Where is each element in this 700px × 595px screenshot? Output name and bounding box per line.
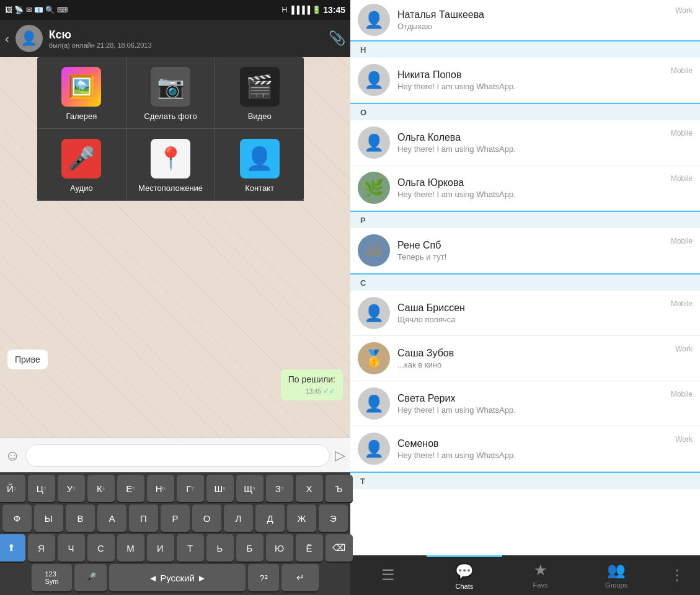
contact-name-rene: Рене Спб: [397, 240, 663, 251]
favs-icon: ★: [534, 562, 547, 579]
contact-olga-k[interactable]: 👤 Ольга Колева Hey there! I am using Wha…: [350, 120, 700, 165]
contact-info-semenov: Семенов Hey there! I am using WhatsApp.: [397, 438, 668, 460]
key-ф[interactable]: Ф: [2, 505, 32, 532]
bottom-navigation: ☰ 💬 Chats ★ Favs 👥 Groups ⋮: [350, 555, 700, 595]
nav-chats[interactable]: 💬 Chats: [427, 555, 503, 595]
avatar-icon-nikita: 👤: [364, 71, 384, 90]
popup-camera[interactable]: 📷 Сделать фото: [126, 57, 216, 129]
key-ы[interactable]: Ы: [34, 505, 63, 532]
popup-gallery[interactable]: 🖼️ Галерея: [37, 57, 126, 129]
attach-button[interactable]: 📎: [329, 30, 345, 46]
key-т[interactable]: Т: [177, 534, 204, 562]
audio-icon: 🎤: [61, 139, 101, 178]
key-з[interactable]: З0: [266, 475, 293, 502]
key-а[interactable]: А: [97, 505, 126, 532]
mic-key[interactable]: 🎤: [74, 564, 107, 591]
message-input-area: ☺ ▷: [0, 438, 350, 472]
key-щ[interactable]: Щ9: [236, 475, 264, 502]
key-к[interactable]: К4: [87, 475, 115, 502]
key-я[interactable]: Я: [28, 534, 55, 562]
contact-sasha-z[interactable]: 🥇 Саша Зубов ...как в кино Work: [350, 336, 700, 381]
sym-key[interactable]: 123Sym: [32, 564, 72, 591]
contact-sveta[interactable]: 👤 Света Рерих Hey there! I am using What…: [350, 381, 700, 426]
delete-key[interactable]: ⌫: [326, 534, 353, 562]
message-input[interactable]: [25, 444, 330, 467]
contact-msg-nikita: Hey there! I am using WhatsApp.: [397, 82, 663, 91]
key-р[interactable]: Р: [161, 505, 190, 532]
key-ь[interactable]: Ь: [206, 534, 234, 562]
emoji-button[interactable]: ☺: [5, 447, 20, 464]
key-е[interactable]: Е5: [117, 475, 144, 502]
nav-favs[interactable]: ★ Favs: [502, 555, 578, 595]
contact-icon: 👤: [240, 139, 280, 178]
key-у[interactable]: У3: [58, 475, 85, 502]
key-м[interactable]: М: [117, 534, 144, 562]
contact-sasha-b[interactable]: 👤 Саша Бриссен Щячло попячса Mobile: [350, 291, 700, 336]
contact-avatar-olga-k: 👤: [358, 126, 390, 159]
contact-type-sveta: Mobile: [671, 390, 693, 399]
back-button[interactable]: ‹: [5, 32, 9, 46]
popup-location[interactable]: 📍 Местоположение: [126, 129, 216, 201]
key-ё[interactable]: Ё: [296, 534, 323, 562]
section-header-s: С: [350, 273, 700, 291]
question-key[interactable]: ?²: [248, 564, 279, 591]
contact-olga-y[interactable]: 🌿 Ольга Юркова Hey there! I am using Wha…: [350, 165, 700, 211]
key-о[interactable]: О: [192, 505, 221, 532]
status-bar: 🖼 📡 ✉ 📧 🔍 ⌨ H ▐▐▐▐ 🔋 13:45: [0, 0, 350, 20]
nav-groups[interactable]: 👥 Groups: [578, 555, 655, 595]
menu-icon: ☰: [381, 566, 395, 584]
keyboard-row-4: 123Sym 🎤 ◄ Русский ► ?² ↵: [2, 564, 348, 591]
avatar-icon-sveta: 👤: [364, 394, 384, 413]
key-б[interactable]: Б: [236, 534, 264, 562]
key-ш[interactable]: Ш8: [206, 475, 234, 502]
enter-key[interactable]: ↵: [281, 564, 319, 591]
section-header-p: Р: [350, 211, 700, 228]
popup-contact[interactable]: 👤 Контакт: [215, 129, 304, 201]
partial-contact[interactable]: 👤 Наталья Ташкеева Отдыхаю Work: [350, 0, 700, 40]
key-ц[interactable]: Ц2: [28, 475, 55, 502]
key-ю[interactable]: Ю: [266, 534, 293, 562]
key-д[interactable]: Д: [255, 505, 285, 532]
key-ч[interactable]: Ч: [58, 534, 85, 562]
key-х[interactable]: Х: [296, 475, 323, 502]
contact-msg-sasha-z: ...как в кино: [397, 360, 668, 369]
chat-info: Ксю был(а) онлайн 21:28, 18.06.2013: [49, 29, 322, 49]
notification-icons: 🖼 📡 ✉ 📧 🔍 ⌨: [5, 6, 68, 14]
popup-row-2: 🎤 Аудио 📍 Местоположение 👤 Контакт: [37, 129, 304, 201]
contact-avatar-sasha-z: 🥇: [358, 342, 390, 374]
space-key[interactable]: ◄ Русский ►: [109, 564, 246, 591]
popup-video[interactable]: 🎬 Видео: [215, 57, 304, 129]
contact-msg-sasha-b: Щячло попячса: [397, 315, 663, 324]
key-в[interactable]: В: [66, 505, 95, 532]
send-button[interactable]: ▷: [335, 447, 345, 464]
key-п[interactable]: П: [129, 505, 158, 532]
location-icon: 📍: [151, 139, 190, 178]
key-и[interactable]: И: [147, 534, 174, 562]
popup-audio[interactable]: 🎤 Аудио: [37, 129, 126, 201]
key-ж[interactable]: Ж: [287, 505, 316, 532]
contact-info-olga-y: Ольга Юркова Hey there! I am using Whats…: [397, 177, 663, 199]
key-г[interactable]: Г7: [177, 475, 204, 502]
key-ъ[interactable]: Ъ: [326, 475, 353, 502]
key-н[interactable]: Н6: [147, 475, 174, 502]
contact-avatar-sasha-b: 👤: [358, 297, 390, 329]
key-л[interactable]: Л: [224, 505, 253, 532]
contact-info-olga-k: Ольга Колева Hey there! I am using Whats…: [397, 132, 663, 154]
nav-more[interactable]: ⋮: [654, 555, 700, 595]
contacts-list: 👤 Наталья Ташкеева Отдыхаю Work Н 👤 Ники…: [350, 0, 700, 555]
key-с[interactable]: С: [87, 534, 115, 562]
key-э[interactable]: Э: [319, 505, 348, 532]
key-й[interactable]: Й1: [0, 475, 25, 502]
contact-avatar-rene: 🏙: [358, 234, 390, 267]
nav-menu[interactable]: ☰: [350, 555, 427, 595]
contact-semenov[interactable]: 👤 Семенов Hey there! I am using WhatsApp…: [350, 426, 700, 472]
chat-panel: 🖼 📡 ✉ 📧 🔍 ⌨ H ▐▐▐▐ 🔋 13:45 ‹ 👤 Ксю был(а…: [0, 0, 350, 595]
signal-icon: ▐▐▐▐: [289, 6, 310, 14]
clock: 13:45: [323, 5, 345, 15]
shift-key[interactable]: ⬆: [0, 534, 25, 562]
contact-nikita[interactable]: 👤 Никита Попов Hey there! I am using Wha…: [350, 58, 700, 103]
contact-avatar-semenov: 👤: [358, 433, 390, 465]
keyboard: Й1 Ц2 У3 К4 Е5 Н6 Г7 Ш8 Щ9 З0 Х Ъ Ф Ы В …: [0, 472, 350, 595]
contact-rene[interactable]: 🏙 Рене Спб Теперь и тут! Mobile: [350, 228, 700, 273]
camera-label: Сделать фото: [144, 112, 197, 121]
